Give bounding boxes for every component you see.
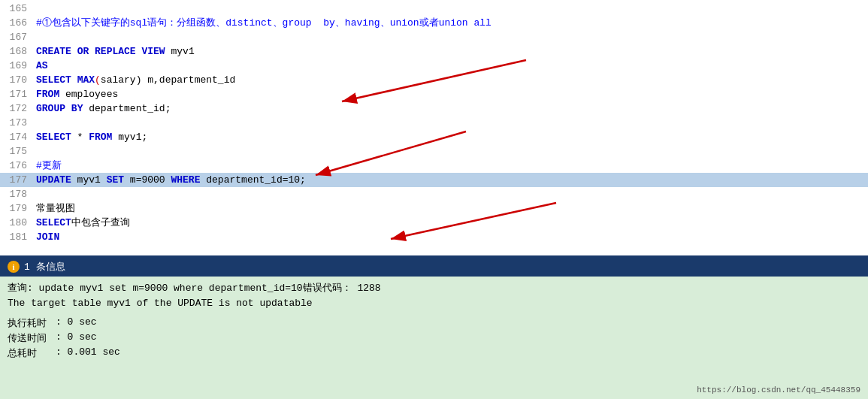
stat-row: 传送时间: 0 sec (8, 331, 860, 345)
code-line: 169AS (0, 59, 868, 73)
line-number: 180 (0, 216, 36, 230)
line-number: 170 (0, 73, 36, 87)
code-line: 172GROUP BY department_id; (0, 101, 868, 116)
line-number: 166 (0, 16, 36, 30)
code-line: 168CREATE OR REPLACE VIEW myv1 (0, 44, 868, 59)
line-number: 172 (0, 101, 36, 116)
code-line: 177UPDATE myv1 SET m=9000 WHERE departme… (0, 173, 868, 187)
line-content: #①包含以下关键字的sql语句：分组函数、distinct、group by、h… (36, 16, 868, 30)
error-text: The target table myv1 of the UPDATE is n… (8, 298, 313, 309)
line-content: CREATE OR REPLACE VIEW myv1 (36, 44, 868, 59)
code-lines: 165166#①包含以下关键字的sql语句：分组函数、distinct、grou… (0, 0, 868, 246)
code-line: 178 (0, 187, 868, 201)
stat-value: : 0 sec (56, 331, 97, 345)
panel-header-label: 1 条信息 (24, 260, 65, 274)
line-number: 181 (0, 230, 36, 244)
editor-area: 165166#①包含以下关键字的sql语句：分组函数、distinct、grou… (0, 0, 868, 255)
line-number: 179 (0, 201, 36, 216)
stat-label: 总耗时 (8, 346, 53, 360)
code-line: 181JOIN (0, 230, 868, 244)
line-number: 177 (0, 173, 36, 187)
query-line: 查询: update myv1 set m=9000 where departm… (8, 281, 860, 295)
line-number: 178 (0, 187, 36, 201)
stat-row: 总耗时: 0.001 sec (8, 346, 860, 360)
stat-row: 执行耗时: 0 sec (8, 316, 860, 330)
code-line: 175 (0, 144, 868, 159)
code-line: 180SELECT中包含子查询 (0, 216, 868, 230)
bottom-panel: i 1 条信息 查询: update myv1 set m=9000 where… (0, 255, 868, 399)
line-number: 173 (0, 116, 36, 130)
panel-body: 查询: update myv1 set m=9000 where departm… (0, 277, 868, 399)
website-link: https://blog.csdn.net/qq_45448359 (697, 385, 860, 394)
code-line: 173 (0, 116, 868, 130)
line-number: 171 (0, 87, 36, 101)
stat-value: : 0.001 sec (56, 346, 120, 360)
panel-header: i 1 条信息 (0, 257, 868, 277)
stats-area: 执行耗时: 0 sec传送时间: 0 sec总耗时: 0.001 sec (8, 316, 860, 360)
line-number: 174 (0, 130, 36, 144)
stat-label: 执行耗时 (8, 316, 53, 330)
code-line: 165 (0, 2, 868, 16)
error-line: The target table myv1 of the UPDATE is n… (8, 298, 860, 309)
info-icon: i (8, 261, 20, 273)
code-line: 179常量视图 (0, 201, 868, 216)
stat-value: : 0 sec (56, 316, 97, 330)
code-line: 174SELECT * FROM myv1; (0, 130, 868, 144)
line-number: 169 (0, 59, 36, 73)
line-content: GROUP BY department_id; (36, 101, 868, 116)
line-content: 常量视图 (36, 201, 868, 216)
line-number: 165 (0, 2, 36, 16)
code-line: 171FROM employees (0, 87, 868, 101)
code-line: 176#更新 (0, 159, 868, 173)
line-content: SELECT中包含子查询 (36, 216, 868, 230)
line-content: #更新 (36, 159, 868, 173)
stat-label: 传送时间 (8, 331, 53, 345)
line-content: AS (36, 59, 868, 73)
code-line: 170SELECT MAX(salary) m,department_id (0, 73, 868, 87)
line-number: 175 (0, 144, 36, 159)
code-line: 166#①包含以下关键字的sql语句：分组函数、distinct、group b… (0, 16, 868, 30)
code-line: 167 (0, 30, 868, 44)
line-content: SELECT * FROM myv1; (36, 130, 868, 144)
line-content: JOIN (36, 230, 868, 244)
query-text: 查询: update myv1 set m=9000 where departm… (8, 283, 381, 294)
line-number: 167 (0, 30, 36, 44)
line-number: 176 (0, 159, 36, 173)
line-content: FROM employees (36, 87, 868, 101)
line-number: 168 (0, 44, 36, 59)
line-content: SELECT MAX(salary) m,department_id (36, 73, 868, 87)
line-content: UPDATE myv1 SET m=9000 WHERE department_… (36, 173, 868, 187)
